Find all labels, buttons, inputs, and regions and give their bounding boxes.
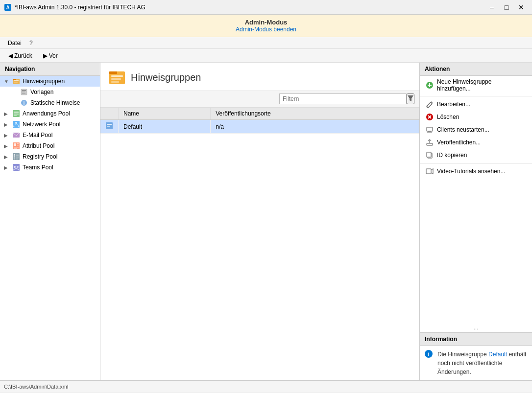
sidebar-item-registry-pool[interactable]: ▶ Registry Pool — [0, 151, 100, 162]
actions-header: Aktionen — [420, 63, 532, 76]
content-area: Hinweisgruppen Name Veröffentlichungsort… — [100, 63, 419, 380]
add-group-icon — [426, 81, 434, 89]
svg-text:A: A — [6, 5, 9, 10]
hinweisgruppen-page-icon — [108, 69, 126, 86]
statische-icon: i — [20, 99, 28, 107]
menu-help[interactable]: ? — [25, 39, 37, 47]
email-pool-icon — [12, 131, 20, 139]
close-button[interactable]: ✕ — [514, 2, 528, 12]
info-link[interactable]: Default — [488, 351, 507, 358]
svg-rect-40 — [109, 71, 117, 74]
sidebar-item-anwendungs-pool[interactable]: ▶ Anwendungs Pool — [0, 108, 100, 119]
forward-arrow-icon: ▶ — [43, 52, 48, 59]
svg-marker-44 — [408, 95, 413, 101]
forward-button[interactable]: ▶ Vor — [39, 51, 62, 61]
information-content: i Die Hinweisgruppe Default enthält noch… — [420, 346, 532, 380]
svg-rect-27 — [14, 147, 19, 148]
row-icon-cell — [100, 120, 119, 134]
sidebar-label-hinweisgruppen: Hinweisgruppen — [23, 78, 65, 85]
svg-rect-14 — [14, 114, 19, 115]
sidebar-item-statische-hinweise[interactable]: i Statische Hinweise — [0, 97, 100, 108]
anwendungs-pool-icon — [12, 110, 20, 117]
copy-icon — [426, 151, 434, 159]
app-icon: A — [4, 3, 12, 11]
action-publish[interactable]: Veröffentlichen... — [420, 136, 532, 149]
svg-rect-13 — [14, 112, 19, 113]
delete-icon — [426, 113, 434, 121]
status-bar: C:\IBI-aws\Admin\Data.xml — [0, 380, 532, 392]
row-name: Default — [119, 120, 211, 134]
action-delete[interactable]: Löschen — [420, 111, 532, 123]
video-icon — [426, 167, 434, 175]
action-edit[interactable]: Bearbeiten... — [420, 98, 532, 111]
sidebar-item-hinweisgruppen[interactable]: ▼ Hinweisgruppen — [0, 76, 100, 87]
info-prefix: Die Hinweisgruppe — [437, 351, 488, 358]
svg-rect-46 — [107, 124, 112, 125]
svg-rect-62 — [426, 169, 431, 174]
col-publish: Veröffentlichungsorte — [211, 108, 419, 120]
filter-button[interactable] — [407, 93, 414, 104]
expand-registry-icon: ▶ — [4, 154, 10, 160]
col-name: Name — [119, 108, 211, 120]
admin-mode-title: Admin-Modus — [4, 19, 528, 26]
information-header: Information — [420, 332, 532, 346]
sidebar-label-vorlagen: Vorlagen — [30, 89, 53, 95]
action-copy-id[interactable]: ID kopieren — [420, 149, 532, 162]
admin-mode-link[interactable]: Admin-Modus beenden — [236, 26, 296, 33]
svg-rect-28 — [14, 148, 17, 149]
sidebar-item-teams-pool[interactable]: ▶ Teams Pool — [0, 162, 100, 173]
svg-rect-25 — [17, 143, 19, 144]
filter-input[interactable] — [279, 93, 407, 104]
sidebar-label-teams: Teams Pool — [23, 164, 53, 171]
svg-rect-47 — [107, 126, 110, 127]
sidebar-item-attribut-pool[interactable]: ▶ Attribut Pool — [0, 140, 100, 151]
actions-panel: Aktionen Neue Hinweisgruppe hinzufügen..… — [419, 63, 532, 380]
page-icon — [108, 69, 126, 86]
table-row[interactable]: Default n/a — [100, 120, 419, 134]
forward-label: Vor — [49, 52, 58, 59]
action-divider-2 — [420, 163, 532, 163]
col-icon — [100, 108, 119, 120]
table-header-row: Name Veröffentlichungsorte — [100, 108, 419, 120]
back-button[interactable]: ◀ Zurück — [4, 51, 37, 61]
restart-label: Clients neustarten... — [437, 126, 489, 133]
add-group-label: Neue Hinweisgruppe hinzufügen... — [437, 78, 526, 92]
filter-bar — [100, 91, 419, 108]
svg-rect-43 — [111, 81, 119, 83]
edit-label: Bearbeiten... — [437, 101, 470, 108]
row-type-icon — [105, 122, 113, 130]
admin-banner: Admin-Modus Admin-Modus beenden — [0, 15, 532, 37]
action-restart-clients[interactable]: Clients neustarten... — [420, 123, 532, 136]
expand-netzwerk-icon: ▶ — [4, 122, 10, 127]
content-header: Hinweisgruppen — [100, 63, 419, 91]
vorlagen-icon — [20, 88, 28, 96]
menu-bar: Datei ? — [0, 37, 532, 49]
maximize-button[interactable]: □ — [500, 2, 513, 12]
svg-rect-55 — [427, 127, 433, 131]
sidebar-label-attribut: Attribut Pool — [23, 142, 54, 149]
action-video-tutorials[interactable]: Video-Tutorials ansehen... — [420, 165, 532, 178]
svg-point-38 — [17, 166, 19, 168]
status-path: C:\IBI-aws\Admin\Data.xml — [4, 384, 68, 390]
svg-point-18 — [13, 126, 15, 127]
svg-rect-3 — [13, 79, 16, 80]
title-bar: A *IBI-aws Admin 1.30.0 - registriert fü… — [0, 0, 532, 15]
registry-pool-icon — [12, 153, 20, 161]
menu-datei[interactable]: Datei — [4, 39, 25, 47]
window-controls: – □ ✕ — [485, 2, 528, 12]
title-text: *IBI-aws Admin 1.30.0 - registriert für … — [15, 4, 145, 11]
svg-point-17 — [15, 122, 17, 124]
sidebar-label-netzwerk: Netzwerk Pool — [23, 121, 60, 128]
action-add-group[interactable]: Neue Hinweisgruppe hinzufügen... — [420, 76, 532, 94]
sidebar-label-email: E-Mail Pool — [23, 132, 52, 139]
sidebar-item-vorlagen[interactable]: Vorlagen — [0, 87, 100, 97]
publish-icon — [426, 139, 434, 146]
sidebar-item-netzwerk-pool[interactable]: ▶ Netzwerk Pool — [0, 119, 100, 130]
delete-label: Löschen — [437, 114, 459, 120]
video-tutorials-label: Video-Tutorials ansehen... — [437, 168, 505, 175]
navigation-sidebar: Navigation ▼ Hinweisgruppen — [0, 63, 100, 380]
minimize-button[interactable]: – — [485, 2, 499, 12]
actions-spacer — [420, 178, 532, 323]
sidebar-item-email-pool[interactable]: ▶ E-Mail Pool — [0, 130, 100, 140]
svg-rect-32 — [14, 158, 15, 160]
